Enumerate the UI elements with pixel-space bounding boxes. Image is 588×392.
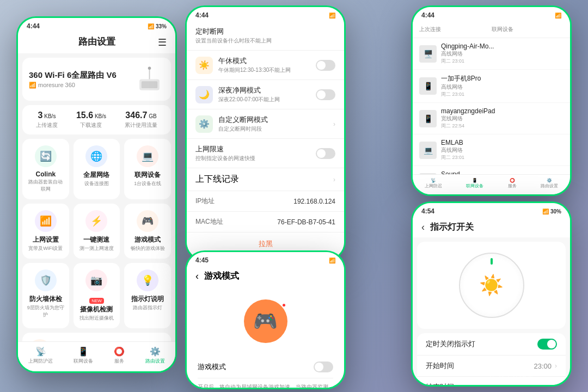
- led-start-time-value: 23:00: [534, 362, 552, 370]
- watermark: 值 什么值得买: [489, 373, 534, 383]
- device-emlab[interactable]: 💻 EMLAB 高线网络 周二 23:01: [413, 134, 570, 166]
- noon-rest-toggle[interactable]: [316, 60, 335, 71]
- led-title: 指示灯说明: [128, 295, 167, 304]
- back-btn-5[interactable]: ‹: [421, 222, 425, 233]
- p4-nav-internet[interactable]: 📡 上网防迟: [425, 178, 442, 189]
- grid-speedtest[interactable]: ⚡ 一键测速 测一测上网速度: [74, 204, 120, 259]
- grid-internet[interactable]: 📶 上网设置 宽带及WiFi设置: [22, 204, 69, 259]
- settings-list-2: 定时断网 设置当前设备什么时段不能上网 ☀️ 午休模式 午休期间12:30-13…: [187, 21, 344, 255]
- nav-router-1[interactable]: ⚙️ 路由设置: [145, 346, 165, 365]
- game-mode-toggle-row: 游戏模式: [198, 356, 333, 378]
- whole-home-title: 全屋网络: [78, 170, 116, 180]
- device-oneplus[interactable]: 📱 一加手机8Pro 高线网络 周二 23:01: [413, 70, 570, 103]
- oneplus-icon: 📱: [424, 82, 433, 90]
- p4-nav-internet-icon: 📡: [431, 178, 436, 183]
- qingping-time: 周二 23:01: [441, 58, 494, 65]
- stat-total: 346.7 GB 累计使用流量: [125, 111, 157, 129]
- ip-row: IP地址 192.168.0.124: [187, 191, 344, 212]
- speedtest-icon: ⚡: [90, 215, 102, 227]
- status-icons-3: 📶: [329, 258, 335, 264]
- noon-rest-title: 午休模式: [218, 56, 291, 66]
- records-item[interactable]: 上下线记录 ›: [187, 168, 344, 191]
- whole-home-sub: 设备连接图: [78, 180, 116, 187]
- grid-whole-home[interactable]: 🌐 全屋网络 设备连接图: [74, 139, 120, 199]
- noon-rest-sub: 午休期间12:30-13:30不能上网: [218, 66, 291, 74]
- nav-internet-1[interactable]: 📡 上网防沪迟: [28, 346, 53, 365]
- night-mode-sub: 深夜22:00-07:00不能上网: [218, 96, 280, 103]
- speed-limit-sub: 控制指定设备的网速快慢: [195, 155, 255, 162]
- router-svg: [134, 64, 164, 94]
- game-mode-description: 开启后，将自动为局域网设备游戏加速，当路由器监测到连接设备有游戏进行时，会对相关…: [198, 378, 333, 388]
- custom-schedule-item[interactable]: ⚙️ 自定义断网模式 自定义断网时间段 ›: [187, 109, 344, 139]
- night-mode-left: 🌙 深夜净网模式 深夜22:00-07:00不能上网: [195, 85, 280, 103]
- back-btn-3[interactable]: ‹: [195, 271, 199, 282]
- time-4: 4:44: [421, 11, 434, 19]
- oneplus-time: 周二 23:01: [441, 91, 481, 98]
- game-title: 游戏模式: [128, 235, 167, 244]
- p4-nav-router-icon: ⚙️: [547, 178, 552, 183]
- custom-schedule-icon-box: ⚙️: [195, 115, 213, 133]
- signal-icon-4: 📶: [555, 13, 561, 19]
- p4-nav-services[interactable]: ⭕ 服务: [508, 178, 517, 189]
- grid-devices[interactable]: 💻 联网设备 1台设备在线: [124, 139, 171, 199]
- led-icon: 💡: [142, 274, 154, 286]
- custom-schedule-chevron: ›: [333, 120, 335, 128]
- grid-firewall[interactable]: 🛡️ 防火墙体检 9层防火墙为您守护: [22, 263, 69, 328]
- router-card: 360 Wi-Fi 6全屋路由 V6 📶 moresure 360: [22, 58, 171, 101]
- speedtest-title: 一键测速: [78, 235, 116, 244]
- speed-limit-toggle[interactable]: [316, 148, 335, 159]
- nav-internet-icon-1: 📡: [28, 346, 53, 357]
- noon-rest-icon-box: ☀️: [195, 57, 213, 74]
- stat-download: 15.6 KB/s 下载速度: [76, 111, 106, 129]
- p4-nav-router[interactable]: ⚙️ 路由设置: [541, 178, 558, 189]
- noon-rest-text: 午休模式 午休期间12:30-13:30不能上网: [218, 56, 291, 74]
- end-time-chevron: ›: [555, 383, 557, 385]
- firewall-icon: 🛡️: [40, 274, 52, 286]
- phone5-content: 4:54 📶 30% ‹ 指示灯开关 ☀️ 定时关闭指示灯 开始时间: [413, 203, 570, 385]
- grid-camera[interactable]: 📷 NEW 摄像机检测 找出附近摄像机: [74, 263, 120, 328]
- led-timer-item[interactable]: 定时关闭指示灯: [417, 333, 566, 356]
- time-1: 4:44: [27, 22, 40, 30]
- device-ipad[interactable]: 📱 mayangzngdeiPad 宽线网络 周二 22:54: [413, 103, 570, 134]
- firewall-title: 防火墙体检: [27, 295, 65, 304]
- router-name: 360 Wi-Fi 6全屋路由 V6: [29, 70, 117, 81]
- wifi-icon: 📶: [29, 82, 36, 88]
- stats-row: 3 KB/s 上传速度 15.6 KB/s 下载速度 346.7 GB 累计使用…: [22, 105, 171, 134]
- phone1-router-settings: 4:44 📶 33% 路由设置 ☰ 360 Wi-Fi 6全屋路由 V6 📶 m…: [16, 16, 177, 373]
- colink-sub: 路由器套装自动联网: [27, 179, 65, 193]
- speed-limit-item[interactable]: 上网限速 控制指定设备的网速快慢: [187, 139, 344, 168]
- menu-icon-1[interactable]: ☰: [158, 36, 167, 48]
- status-bar-3: 4:45 📶: [187, 252, 344, 266]
- nav-services-1[interactable]: ⭕ 服务: [114, 346, 125, 365]
- speedtest-sub: 测一测上网速度: [78, 245, 116, 252]
- emlab-icon: 💻: [424, 146, 433, 155]
- grid-colink[interactable]: 🔄 Colink 路由器套装自动联网: [22, 139, 69, 199]
- ip-value: 192.168.0.124: [293, 198, 335, 205]
- devices-icon: 💻: [142, 150, 154, 162]
- grid-game[interactable]: 🎮 游戏模式 畅快的游戏体验: [124, 204, 171, 259]
- device-thumb-qingping: 🖥️: [419, 45, 437, 63]
- noon-rest-icon: ☀️: [199, 60, 210, 70]
- signal-icon-2: 📶: [329, 13, 335, 19]
- noon-rest-item[interactable]: ☀️ 午休模式 午休期间12:30-13:30不能上网: [187, 51, 344, 80]
- nav-devices-1[interactable]: 📱 联网设备: [74, 346, 93, 365]
- night-mode-item[interactable]: 🌙 深夜净网模式 深夜22:00-07:00不能上网: [187, 80, 344, 109]
- game-controller-icon: 🎮: [253, 310, 278, 333]
- page-title-1: 路由设置: [78, 36, 115, 47]
- p4-nav-services-icon: ⭕: [510, 178, 515, 183]
- device-qingping[interactable]: 🖥️ Qingping-Air-Mo... 高线网络 周二 23:01: [413, 38, 570, 70]
- camera-icon: 📷: [90, 274, 102, 286]
- led-timer-toggle[interactable]: [537, 339, 557, 350]
- grid-led[interactable]: 💡 指示灯说明 路由器指示灯: [124, 263, 171, 328]
- custom-schedule-icon: ⚙️: [199, 119, 210, 129]
- device-info-ipad: mayangzngdeiPad 宽线网络 周二 22:54: [441, 107, 495, 130]
- night-mode-text: 深夜净网模式 深夜22:00-07:00不能上网: [218, 85, 280, 103]
- game-mode-toggle[interactable]: [314, 362, 333, 372]
- nav-services-icon-1: ⭕: [114, 346, 125, 357]
- led-indicator-bar: [491, 258, 493, 265]
- device-thumb-ipad: 📱: [419, 110, 437, 127]
- p4-nav-devices[interactable]: 📱 联网设备: [466, 178, 483, 189]
- night-mode-toggle[interactable]: [316, 89, 335, 100]
- phone1-content: 4:44 📶 33% 路由设置 ☰ 360 Wi-Fi 6全屋路由 V6 📶 m…: [18, 18, 175, 371]
- stat-total-value: 346.7 GB: [125, 111, 157, 120]
